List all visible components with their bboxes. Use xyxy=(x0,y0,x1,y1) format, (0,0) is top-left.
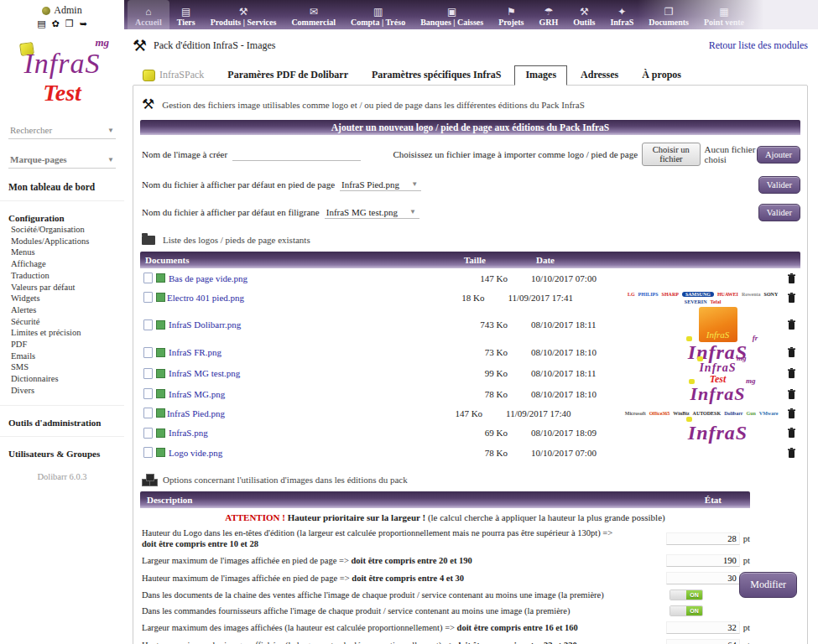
file-link[interactable]: InfraS FR.png xyxy=(169,347,459,357)
option-value-input[interactable] xyxy=(666,554,740,567)
option-value-input[interactable] xyxy=(666,639,740,644)
tab-images[interactable]: Images xyxy=(514,65,567,86)
file-link[interactable]: Bas de page vide.png xyxy=(169,273,459,283)
logout-icon[interactable]: ➥ xyxy=(80,18,87,29)
validate-footer-button[interactable]: Valider xyxy=(758,176,800,194)
image-icon[interactable] xyxy=(156,348,165,357)
nav-tab-infras[interactable]: ✦InfraS xyxy=(602,0,641,29)
file-link[interactable]: InfraS Dolibarr.png xyxy=(169,319,459,330)
sidebar-item-sms[interactable]: SMS xyxy=(11,361,124,373)
sidebar-section-admin-tools[interactable]: Outils d'administration xyxy=(8,418,124,428)
sidebar-item-widgets[interactable]: Widgets xyxy=(11,293,124,304)
sidebar-item-modules-applications[interactable]: Modules/Applications xyxy=(11,236,124,247)
file-link[interactable]: InfraS MG test.png xyxy=(169,368,459,378)
sidebar-item-pdf[interactable]: PDF xyxy=(11,339,124,351)
image-icon[interactable] xyxy=(156,320,165,330)
sidebar-item-dictionnaires[interactable]: Dictionnaires xyxy=(11,373,124,385)
sidebar-item-dashboard[interactable]: Mon tableau de bord xyxy=(8,182,124,192)
nav-tab-banques-caisses[interactable]: ▣Banques | Caisses xyxy=(413,0,491,29)
trash-icon[interactable] xyxy=(779,428,800,438)
file-link[interactable]: InfraS MG.png xyxy=(169,389,459,399)
image-icon[interactable] xyxy=(156,389,165,398)
choose-file-button[interactable]: Choisir un fichier xyxy=(642,143,700,166)
document-icon[interactable] xyxy=(143,347,153,358)
sidebar-item-traduction[interactable]: Traduction xyxy=(11,270,124,282)
back-to-modules-link[interactable]: Retour liste des modules xyxy=(709,39,808,52)
image-icon[interactable] xyxy=(156,273,165,283)
image-icon[interactable] xyxy=(156,448,165,457)
bookmarks-select[interactable]: Marque-pages ▼ xyxy=(8,151,116,169)
sidebar-item-menus[interactable]: Menus xyxy=(11,247,124,258)
nav-tab-projets[interactable]: ⚑Projets xyxy=(491,0,531,29)
document-icon[interactable] xyxy=(143,388,153,399)
document-icon[interactable] xyxy=(143,368,153,379)
sidebar-section-users-groups[interactable]: Utilisateurs & Groupes xyxy=(8,449,124,459)
toggle-on[interactable]: ON xyxy=(670,589,703,600)
sidebar-section-configuration[interactable]: Configuration xyxy=(8,213,124,223)
option-unit: pt xyxy=(743,534,750,543)
document-icon[interactable] xyxy=(143,408,153,418)
printer-icon[interactable]: ❒ xyxy=(65,18,74,29)
logo-preview: InfraSmg xyxy=(690,385,746,403)
image-name-input[interactable] xyxy=(232,148,361,161)
trash-icon[interactable] xyxy=(779,319,800,330)
footer-file-select[interactable]: InfraS Pied.png ▼ xyxy=(340,179,421,191)
logged-user[interactable]: Admin xyxy=(0,0,124,17)
trash-icon[interactable] xyxy=(779,293,800,303)
sidebar-item-affichage[interactable]: Affichage xyxy=(11,258,124,270)
no-file-text: Aucun fichier choisi xyxy=(705,144,757,164)
trash-icon[interactable] xyxy=(779,347,800,357)
tab-adresses[interactable]: Adresses xyxy=(571,66,628,85)
sidebar-item-divers[interactable]: Divers xyxy=(11,385,124,397)
option-value-input[interactable] xyxy=(666,532,740,545)
trash-icon[interactable] xyxy=(779,273,800,283)
document-icon[interactable] xyxy=(143,273,153,283)
nav-tab-accueil[interactable]: ⌂Accueil xyxy=(128,0,169,29)
trash-icon[interactable] xyxy=(779,389,800,399)
option-value-input[interactable] xyxy=(666,621,740,634)
trash-icon[interactable] xyxy=(779,368,800,378)
search-input[interactable]: Rechercher ▼ xyxy=(8,122,116,139)
file-link[interactable]: Logo vide.png xyxy=(169,448,459,458)
nav-tab-commercial[interactable]: ✉Commercial xyxy=(284,0,343,29)
image-icon[interactable] xyxy=(156,408,165,418)
image-icon[interactable] xyxy=(156,293,165,302)
sidebar-item-valeurs-par-d-faut[interactable]: Valeurs par défaut xyxy=(11,282,124,293)
image-icon[interactable] xyxy=(156,369,165,378)
document-icon[interactable] xyxy=(143,319,153,330)
trash-icon[interactable] xyxy=(779,448,800,458)
sidebar-item-alertes[interactable]: Alertes xyxy=(11,304,124,316)
images-options-icon xyxy=(142,474,155,485)
nav-tab-tiers[interactable]: ▤Tiers xyxy=(169,0,203,29)
watermark-file-select[interactable]: InfraS MG test.png ▼ xyxy=(325,206,419,219)
nav-tab-outils[interactable]: ⚒Outils xyxy=(565,0,602,29)
option-row: Hauteur maximum des images affichées (la… xyxy=(140,636,750,644)
option-row: Largeur maximum des images affichées (la… xyxy=(140,619,750,636)
sidebar-item-emails[interactable]: Emails xyxy=(11,351,124,362)
tab-param-res-pdf-de-dolibarr[interactable]: Paramères PDF de Dolibarr xyxy=(217,66,358,85)
sidebar-item-s-curit-[interactable]: Sécurité xyxy=(11,316,124,328)
calculator-icon[interactable]: ▤ xyxy=(37,18,45,29)
nav-tab-compta-tr-so[interactable]: ▥Compta | Tréso xyxy=(343,0,413,29)
file-link[interactable]: InfraS Pied.png xyxy=(167,408,437,418)
document-icon[interactable] xyxy=(143,447,153,458)
file-link[interactable]: Electro 401 pied.png xyxy=(167,293,439,303)
nav-tab-grh[interactable]: ☂GRH xyxy=(532,0,566,29)
validate-watermark-button[interactable]: Valider xyxy=(758,204,800,221)
tab-param-tres-sp-cifiques-infras[interactable]: Paramètres spécifiques InfraS xyxy=(362,66,511,85)
bug-icon[interactable]: ✿ xyxy=(52,18,60,29)
sidebar-item-limites-et-pr-cision[interactable]: Limites et précision xyxy=(11,327,124,339)
add-button[interactable]: Ajouter xyxy=(757,146,800,164)
modify-button[interactable]: Modifier xyxy=(739,572,797,598)
nav-tab-produits-services[interactable]: ⚒Produits | Services xyxy=(203,0,284,29)
trash-icon[interactable] xyxy=(779,408,800,418)
document-icon[interactable] xyxy=(143,428,153,439)
image-icon[interactable] xyxy=(156,428,165,438)
toggle-on[interactable]: ON xyxy=(670,605,703,616)
document-icon[interactable] xyxy=(143,292,153,303)
option-value-input[interactable] xyxy=(666,572,740,584)
file-link[interactable]: InfraS.png xyxy=(169,428,459,438)
tab--propos[interactable]: À propos xyxy=(632,66,691,85)
tab-infraspack[interactable]: InfraSPack xyxy=(133,66,214,85)
sidebar-item-soci-t-organisation[interactable]: Société/Organisation xyxy=(11,224,124,236)
